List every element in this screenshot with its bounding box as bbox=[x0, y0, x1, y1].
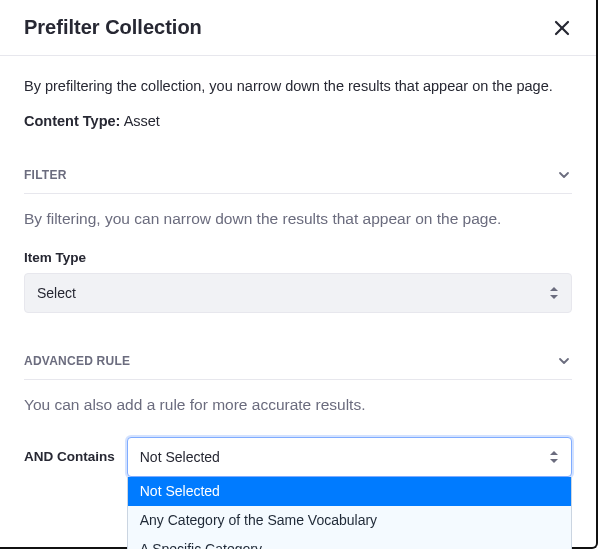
advanced-section-label: ADVANCED RULE bbox=[24, 354, 130, 368]
item-type-select-wrap: Select bbox=[24, 273, 572, 313]
rule-row: AND Contains Not Selected Not Selected A… bbox=[24, 437, 572, 477]
modal-body: By prefiltering the collection, you narr… bbox=[0, 56, 596, 501]
rule-select-wrap: Not Selected Not Selected Any Category o… bbox=[127, 437, 572, 477]
filter-section-header[interactable]: FILTER bbox=[24, 157, 572, 194]
modal-header: Prefilter Collection bbox=[0, 0, 596, 56]
advanced-section-header[interactable]: ADVANCED RULE bbox=[24, 343, 572, 380]
svg-marker-5 bbox=[550, 459, 558, 463]
advanced-description: You can also add a rule for more accurat… bbox=[24, 394, 572, 416]
intro-description: By prefiltering the collection, you narr… bbox=[24, 76, 572, 97]
prefilter-modal: Prefilter Collection By prefiltering the… bbox=[0, 0, 598, 549]
content-type-value: Asset bbox=[124, 113, 160, 129]
rule-option[interactable]: Any Category of the Same Vocabulary bbox=[128, 506, 571, 535]
close-icon bbox=[553, 19, 571, 37]
sort-caret-icon bbox=[549, 451, 559, 463]
close-button[interactable] bbox=[552, 18, 572, 38]
modal-title: Prefilter Collection bbox=[24, 16, 202, 39]
content-type-row: Content Type: Asset bbox=[24, 113, 572, 129]
chevron-down-icon bbox=[556, 353, 572, 369]
rule-selected-value: Not Selected bbox=[140, 449, 220, 465]
item-type-selected-value: Select bbox=[37, 285, 76, 301]
chevron-down-icon bbox=[556, 167, 572, 183]
rule-option[interactable]: A Specific Category bbox=[128, 535, 571, 549]
content-type-label: Content Type: bbox=[24, 113, 120, 129]
rule-select[interactable]: Not Selected bbox=[127, 437, 572, 477]
item-type-label: Item Type bbox=[24, 250, 572, 265]
svg-marker-3 bbox=[550, 295, 558, 299]
rule-option[interactable]: Not Selected bbox=[128, 477, 571, 506]
item-type-select[interactable]: Select bbox=[24, 273, 572, 313]
svg-marker-4 bbox=[550, 451, 558, 455]
rule-prefix-label: AND Contains bbox=[24, 449, 115, 464]
sort-caret-icon bbox=[549, 287, 559, 299]
rule-dropdown: Not Selected Any Category of the Same Vo… bbox=[127, 477, 572, 549]
filter-section-label: FILTER bbox=[24, 168, 67, 182]
svg-marker-2 bbox=[550, 287, 558, 291]
filter-description: By filtering, you can narrow down the re… bbox=[24, 208, 572, 230]
